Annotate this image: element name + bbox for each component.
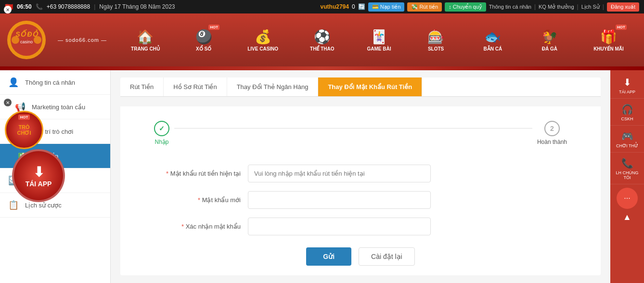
naptien-button[interactable]: 💳 Nạp tiền (368, 2, 405, 12)
dots-icon: ··· (624, 194, 630, 203)
close-icon[interactable]: ✕ (4, 99, 12, 106)
step-1: ✓ Nhập (154, 121, 169, 145)
dots-button[interactable]: ··· (617, 188, 638, 209)
right-panel: ⬇ TÁI APP 🎧 CSKH 🎮 CHƠI THỬ 📞 LH CHÚNG T… (610, 70, 644, 283)
clock-display: 06:50 (17, 3, 32, 10)
sidebar-thongtin-label: Thông tin cá nhân (25, 79, 75, 86)
hot-label: HOT (18, 115, 30, 120)
right-btn-cskh[interactable]: 🎧 CSKH (610, 100, 644, 126)
steps: ✓ Nhập 2 Hoàn thành (135, 116, 586, 150)
new-password-input[interactable] (248, 191, 431, 209)
scroll-top-button[interactable]: ▲ (620, 210, 634, 225)
chuyenquy-label: Chuyển quỹ (453, 4, 482, 10)
nav-livecasino[interactable]: 💰 LIVE CASINO (244, 26, 282, 54)
trochoi-floating-button[interactable]: HOT TRÒ CHƠI (5, 111, 43, 149)
step-line (174, 128, 532, 129)
balance-display: 0 (352, 3, 355, 10)
step-2: 2 Hoàn thành (537, 121, 567, 145)
current-password-input[interactable] (248, 165, 431, 182)
tab-ruttien[interactable]: Rút Tiền (120, 77, 164, 96)
nav-khuyenmai-label: KHUYẾN MÃI (593, 46, 624, 51)
cskh-label: CSKH (621, 116, 633, 121)
thethao-icon: ⚽ (314, 29, 331, 45)
top-bar-left: 🇻🇳 06:50 📞 +63 9078888888 | Ngày 17 Thán… (5, 3, 175, 11)
form-row-2: * Mật khẩu mới (135, 191, 586, 209)
nav-bar: SỐ ĐỎ casino — sodo66.com — 🏠 TRANG CHỦ … (0, 13, 644, 66)
refresh-icon[interactable]: 🔄 (358, 3, 365, 10)
svg-point-5 (34, 36, 41, 44)
sidebar-item-thongtin[interactable]: 👤 Thông tin cá nhân (0, 70, 110, 95)
nav-thethao[interactable]: ⚽ THỂ THAO (305, 26, 339, 54)
main-layout: 👤 Thông tin cá nhân ✕ 📢 Marketing toàn c… (0, 70, 644, 283)
nav-trangchu-label: TRANG CHỦ (131, 46, 160, 51)
logo-area: SỐ ĐỎ casino — sodo66.com — (5, 18, 116, 62)
step2-circle: 2 (544, 121, 560, 136)
naptien-icon: 💳 (372, 4, 379, 10)
livecasino-icon: 💰 (255, 29, 271, 45)
banca-icon: 🐟 (484, 29, 501, 45)
logo-image: SỐ ĐỎ casino (5, 18, 58, 62)
nav-khuyenmai[interactable]: HOT 🎁 KHUYẾN MÃI (590, 26, 628, 54)
nav-items: 🏠 TRANG CHỦ HOT 🎱 XỔ SỐ 💰 LIVE CASINO ⚽ … (116, 26, 639, 54)
form-area: ✓ Nhập 2 Hoàn thành * Mật khẩu rút tiền … (120, 106, 601, 275)
taiapp-floating-button[interactable]: ⬇ TÁI APP (12, 149, 65, 202)
thongtin-link[interactable]: Thông tin cá nhân (489, 4, 531, 10)
chuyenquy-icon: ↕ (449, 4, 451, 10)
svg-text:SỐ ĐỎ: SỐ ĐỎ (15, 29, 38, 38)
required-mark-2: * (198, 196, 202, 204)
xoso-icon: 🎱 (195, 29, 212, 45)
right-btn-taiapp[interactable]: ⬇ TÁI APP (610, 73, 644, 99)
sidebar-item-lichsu[interactable]: 📋 Lịch sử cược (0, 193, 110, 218)
hot-badge: HOT (208, 25, 219, 30)
chuyenquy-button[interactable]: ↕ Chuyển quỹ (445, 2, 486, 12)
submit-button[interactable]: Gửi (306, 247, 351, 266)
field1-label: * Mật khẩu rút tiền hiện tại (135, 170, 241, 177)
tab-thayoimatkhau[interactable]: Thay Đổi Mật Khẩu Rút Tiền (318, 77, 422, 96)
daga-icon: 🐓 (541, 29, 558, 45)
right-btn-choithu[interactable]: 🎮 CHƠI THỬ (610, 127, 644, 153)
field3-label: * Xác nhận mật khẩu (135, 223, 241, 230)
taiapp-floating-label: TÁI APP (26, 180, 52, 188)
required-mark-3: * (181, 223, 186, 230)
tab-thayoithe[interactable]: Thay Đổi Thẻ Ngân Hàng (227, 77, 319, 96)
content-area: Rút Tiền Hồ Sơ Rút Tiền Thay Đổi Thẻ Ngâ… (111, 70, 610, 283)
field2-label: * Mật khẩu mới (135, 196, 241, 204)
nav-daga[interactable]: 🐓 ĐÁ GÀ (533, 26, 567, 54)
nav-gamebai[interactable]: 🃏 GAME BÀI (362, 26, 396, 54)
kqmo-link[interactable]: KQ Mở thưởng (539, 4, 574, 10)
nav-xoso-label: XỔ SỐ (196, 46, 211, 51)
lichsu-link[interactable]: Lịch Sử (581, 4, 600, 10)
choithu-label: CHƠI THỬ (616, 143, 638, 148)
ruttien-button[interactable]: 💸 Rút tiền (407, 2, 442, 12)
nav-trangchu[interactable]: 🏠 TRANG CHỦ (127, 26, 164, 54)
phone-icon: 📞 (621, 157, 633, 169)
nav-daga-label: ĐÁ GÀ (542, 46, 557, 51)
ruttien-label: Rút tiền (419, 4, 438, 10)
right-btn-lhchungtoi[interactable]: 📞 LH CHÚNG TÔI (610, 154, 644, 184)
nav-slots[interactable]: 🎰 SLOTS (419, 26, 453, 54)
phone-number: +63 9078888888 (47, 3, 90, 10)
separator: | (94, 3, 95, 10)
nav-banca[interactable]: 🐟 BẮN CÁ (476, 26, 510, 54)
confirm-password-input[interactable] (248, 218, 431, 235)
hot-badge-2: HOT (616, 25, 627, 30)
date-display: Ngày 17 Tháng 08 Năm 2023 (99, 3, 175, 10)
svg-text:casino: casino (20, 39, 33, 44)
dangxuat-button[interactable]: Đăng xuất (607, 2, 639, 12)
sidebar-marketing-label: Marketing toàn cầu (32, 103, 85, 111)
nav-banca-label: BẮN CÁ (483, 46, 502, 51)
trochoi-line1: TRÒ (18, 124, 29, 130)
user-icon: 👤 (8, 77, 19, 88)
step1-circle: ✓ (154, 121, 169, 136)
download-icon: ⬇ (623, 77, 631, 88)
headset-icon: 🎧 (621, 103, 633, 115)
nav-xoso[interactable]: HOT 🎱 XỔ SỐ (187, 26, 220, 54)
ruttien-icon: 💸 (411, 4, 418, 10)
arrow-up-icon: ▲ (623, 212, 631, 222)
form-row-1: * Mật khẩu rút tiền hiện tại (135, 165, 586, 182)
home-icon: 🏠 (137, 29, 154, 45)
tab-hosoruttien[interactable]: Hồ Sơ Rút Tiền (164, 77, 227, 96)
top-bar: 🇻🇳 06:50 📞 +63 9078888888 | Ngày 17 Thán… (0, 0, 644, 13)
reset-button[interactable]: Cài đặt lại (359, 247, 415, 266)
required-mark-1: * (166, 170, 170, 177)
